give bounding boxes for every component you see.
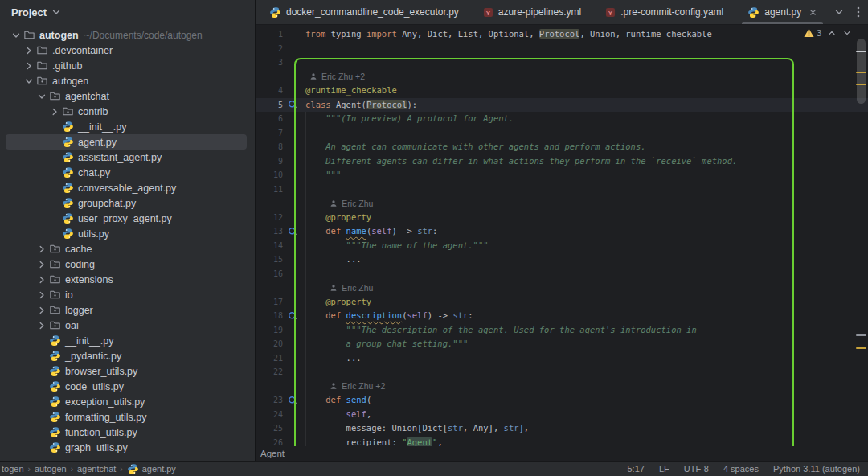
code-line-7[interactable]: 7 <box>256 126 868 141</box>
chevron-down-icon[interactable] <box>35 90 48 103</box>
tree-item-graph_utils.py[interactable]: graph_utils.py <box>0 440 255 455</box>
tree-item-exception_utils.py[interactable]: exception_utils.py <box>0 394 255 409</box>
breadcrumb-autogen[interactable]: autogen <box>35 464 67 474</box>
scrollbar-mark[interactable] <box>856 51 866 52</box>
code-line-24[interactable]: 24 self, <box>256 408 868 422</box>
chevron-right-icon[interactable] <box>35 243 48 256</box>
implementations-gutter-icon[interactable] <box>285 227 301 236</box>
tree-item-formatting_utils.py[interactable]: formatting_utils.py <box>0 409 255 425</box>
chevron-right-icon[interactable] <box>35 258 48 271</box>
chevron-down-icon[interactable] <box>23 75 35 88</box>
tree-item-contrib[interactable]: contrib <box>0 104 255 119</box>
tree-item-utils.py[interactable]: utils.py <box>0 226 255 241</box>
author-name[interactable]: Eric Zhu +2 <box>342 381 385 391</box>
status-item-4-spaces[interactable]: 4 spaces <box>723 464 759 474</box>
tree-item-autogen[interactable]: autogen <box>0 73 255 88</box>
code-line-13[interactable]: 13 def name(self) -> str: <box>256 224 868 239</box>
code-line-10[interactable]: 10 """ <box>256 168 868 183</box>
breadcrumb-agent.py[interactable]: agent.py <box>127 463 176 475</box>
code-line-20[interactable]: 20 a group chat setting.""" <box>256 337 868 351</box>
code-line-3[interactable]: 3 <box>256 55 868 70</box>
chevron-right-icon[interactable] <box>35 273 48 286</box>
previous-warning-icon[interactable] <box>827 28 837 38</box>
tree-item-_pydantic.py[interactable]: _pydantic.py <box>0 348 255 363</box>
code-line-26[interactable]: 26 recipient: "Agent", <box>256 436 868 447</box>
scrollbar-mark[interactable] <box>856 334 866 336</box>
code-line-14[interactable]: 14 """The name of the agent.""" <box>256 239 868 253</box>
status-item-utf-8[interactable]: UTF-8 <box>684 464 709 474</box>
tree-item-__init__.py[interactable]: __init__.py <box>0 333 255 348</box>
implementations-gutter-icon[interactable] <box>285 396 301 405</box>
inspections-widget[interactable]: 3 <box>804 28 852 38</box>
code-line-15[interactable]: 15 ... <box>256 252 868 267</box>
author-name[interactable]: Eric Zhu <box>342 283 373 293</box>
code-line-25[interactable]: 25 message: Union[Dict[str, Any], str], <box>256 421 868 436</box>
status-item-5-17[interactable]: 5:17 <box>627 464 644 474</box>
tree-item-chat.py[interactable]: chat.py <box>0 165 255 180</box>
tree-item-code_utils.py[interactable]: code_utils.py <box>0 379 255 394</box>
project-panel-header[interactable]: Project <box>0 0 255 24</box>
tree-item-.devcontainer[interactable]: .devcontainer <box>0 43 255 58</box>
tree-item-conversable_agent.py[interactable]: conversable_agent.py <box>0 180 255 195</box>
code-line-4[interactable]: 4@runtime_checkable <box>256 84 868 98</box>
tree-item-logger[interactable]: logger <box>0 302 255 318</box>
chevron-right-icon[interactable] <box>23 60 35 72</box>
chevron-down-icon[interactable] <box>10 29 23 42</box>
chevron-right-icon[interactable] <box>48 105 61 118</box>
code-line-16[interactable]: 16 <box>256 267 868 281</box>
tab-agent.py[interactable]: agent.py <box>735 0 829 24</box>
code-line-9[interactable]: 9 Different agents can differ in what ac… <box>256 154 868 169</box>
tree-item-groupchat.py[interactable]: groupchat.py <box>0 195 255 211</box>
status-item-lf[interactable]: LF <box>659 464 669 474</box>
code-editor[interactable]: 1from typing import Any, Dict, List, Opt… <box>256 25 868 446</box>
code-line-1[interactable]: 1from typing import Any, Dict, List, Opt… <box>256 27 868 42</box>
breadcrumb-togen[interactable]: togen <box>2 464 24 474</box>
code-line-18[interactable]: 18 def description(self) -> str: <box>256 309 868 323</box>
code-line-2[interactable]: 2 <box>256 42 868 56</box>
implementations-gutter-icon[interactable] <box>285 100 301 109</box>
code-line-17[interactable]: 17 @property <box>256 295 868 310</box>
tree-item-.github[interactable]: .github <box>0 58 255 73</box>
author-name[interactable]: Eric Zhu <box>342 199 373 208</box>
code-line-11[interactable]: 11 <box>256 183 868 197</box>
tree-item-cache[interactable]: cache <box>0 241 255 256</box>
code-line-12[interactable]: 12 @property <box>256 211 868 225</box>
scrollbar-warning-mark[interactable] <box>856 72 866 73</box>
tree-item-extensions[interactable]: extensions <box>0 272 255 287</box>
chevron-right-icon[interactable] <box>23 44 35 57</box>
tab-azure-pipelines.yml[interactable]: Yazure-pipelines.yml <box>471 0 593 24</box>
tree-item-user_proxy_agent.py[interactable]: user_proxy_agent.py <box>0 211 255 226</box>
status-item-python-3-11--autogen-[interactable]: Python 3.11 (autogen) <box>773 464 860 474</box>
chevron-right-icon[interactable] <box>35 319 48 332</box>
tree-item-function_utils.py[interactable]: function_utils.py <box>0 425 255 440</box>
tree-item-__init__.py[interactable]: __init__.py <box>0 119 255 134</box>
code-line-5[interactable]: 5class Agent(Protocol): <box>256 98 868 113</box>
tree-item-oai[interactable]: oai <box>0 318 255 333</box>
tree-item-io[interactable]: io <box>0 287 255 302</box>
code-line-22[interactable]: 22 <box>256 365 868 380</box>
code-line-23[interactable]: 23 def send( <box>256 393 868 408</box>
tree-item-assistant_agent.py[interactable]: assistant_agent.py <box>0 150 255 165</box>
code-line-8[interactable]: 8 An agent can communicate with other ag… <box>256 140 868 154</box>
implementations-gutter-icon[interactable] <box>285 311 301 321</box>
code-line-21[interactable]: 21 ... <box>256 351 868 366</box>
tab-options-kebab-button[interactable] <box>849 0 868 24</box>
tab-docker_commandline_code_executor.py[interactable]: docker_commandline_code_executor.py <box>257 0 471 24</box>
author-name[interactable]: Eric Zhu +2 <box>321 72 365 81</box>
chevron-right-icon[interactable] <box>35 289 48 302</box>
code-line-6[interactable]: 6 """(In preview) A protocol for Agent. <box>256 112 868 126</box>
tree-item-coding[interactable]: coding <box>0 256 255 272</box>
close-tab-icon[interactable] <box>809 8 817 17</box>
scrollbar-warning-mark[interactable] <box>856 347 866 349</box>
tree-item-autogen[interactable]: autogen~/Documents/code/autogen <box>0 27 255 43</box>
code-line-19[interactable]: 19 """The description of the agent. Used… <box>256 323 868 338</box>
tab-list-dropdown-button[interactable] <box>829 0 849 24</box>
tree-item-agentchat[interactable]: agentchat <box>0 88 255 104</box>
next-warning-icon[interactable] <box>842 28 852 38</box>
tab-.pre-commit-config.yaml[interactable]: Y.pre-commit-config.yaml <box>593 0 735 24</box>
breadcrumb-agentchat[interactable]: agentchat <box>77 464 116 474</box>
scrollbar-warning-mark[interactable] <box>856 84 866 85</box>
tree-item-browser_utils.py[interactable]: browser_utils.py <box>0 363 255 379</box>
tree-item-agent.py[interactable]: agent.py <box>0 134 255 150</box>
breadcrumb-scope[interactable]: Agent <box>260 449 285 458</box>
